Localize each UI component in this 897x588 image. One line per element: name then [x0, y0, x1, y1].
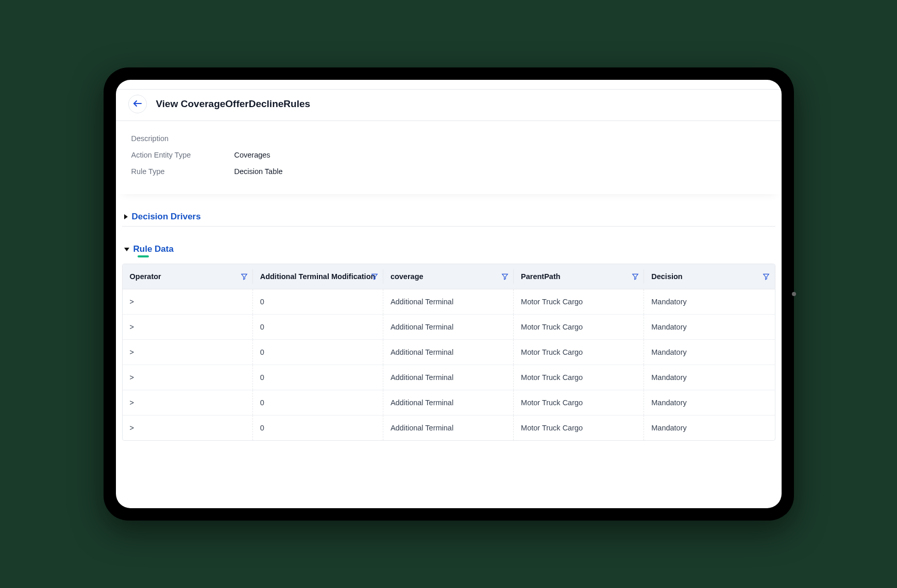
svg-marker-5	[763, 274, 769, 280]
filter-icon[interactable]	[371, 273, 378, 280]
column-header-coverage[interactable]: coverage	[383, 264, 514, 289]
cell-parentpath: Motor Truck Cargo	[514, 416, 644, 441]
cell-modification: 0	[253, 289, 383, 315]
cell-coverage: Additional Terminal	[383, 340, 514, 365]
detail-row-description: Description	[131, 130, 766, 147]
column-label: coverage	[391, 272, 424, 281]
cell-decision: Mandatory	[644, 365, 774, 390]
page-title: View CoverageOfferDeclineRules	[156, 98, 311, 110]
cell-parentpath: Motor Truck Cargo	[514, 315, 644, 340]
tablet-device-frame: View CoverageOfferDeclineRules Descripti…	[104, 67, 794, 521]
cell-parentpath: Motor Truck Cargo	[514, 390, 644, 416]
detail-value: Coverages	[234, 151, 270, 159]
cell-operator: >	[123, 416, 253, 441]
caret-right-icon	[124, 214, 128, 219]
app-content: View CoverageOfferDeclineRules Descripti…	[116, 80, 782, 508]
table-row[interactable]: >0Additional TerminalMotor Truck CargoMa…	[123, 416, 775, 441]
section-title: Rule Data	[133, 244, 174, 254]
cell-operator: >	[123, 289, 253, 315]
cell-decision: Mandatory	[644, 289, 774, 315]
section-toggle-rule-data[interactable]: Rule Data	[122, 241, 775, 258]
cell-parentpath: Motor Truck Cargo	[514, 340, 644, 365]
details-panel: Description Action Entity Type Coverages…	[116, 121, 782, 194]
table-header-row: Operator Additional Terminal Modificatio…	[123, 264, 775, 289]
cell-coverage: Additional Terminal	[383, 289, 514, 315]
column-header-operator[interactable]: Operator	[123, 264, 253, 289]
svg-marker-3	[502, 274, 508, 280]
detail-value: Decision Table	[234, 167, 283, 176]
column-label: ParentPath	[521, 272, 561, 281]
section-toggle-decision-drivers[interactable]: Decision Drivers	[122, 209, 775, 227]
cell-coverage: Additional Terminal	[383, 315, 514, 340]
cell-decision: Mandatory	[644, 315, 774, 340]
table-row[interactable]: >0Additional TerminalMotor Truck CargoMa…	[123, 340, 775, 365]
cell-parentpath: Motor Truck Cargo	[514, 289, 644, 315]
cell-modification: 0	[253, 416, 383, 441]
table-row[interactable]: >0Additional TerminalMotor Truck CargoMa…	[123, 315, 775, 340]
cell-operator: >	[123, 340, 253, 365]
cell-modification: 0	[253, 390, 383, 416]
cell-operator: >	[123, 365, 253, 390]
caret-down-icon	[124, 248, 129, 251]
filter-icon[interactable]	[632, 273, 639, 280]
svg-marker-1	[241, 274, 247, 280]
cell-coverage: Additional Terminal	[383, 390, 514, 416]
filter-icon[interactable]	[501, 273, 509, 280]
cell-operator: >	[123, 390, 253, 416]
rule-data-table: Operator Additional Terminal Modificatio…	[122, 264, 775, 441]
cell-parentpath: Motor Truck Cargo	[514, 365, 644, 390]
detail-label: Description	[131, 134, 234, 143]
detail-row-rule-type: Rule Type Decision Table	[131, 163, 766, 180]
arrow-left-icon	[133, 100, 142, 109]
column-header-parentpath[interactable]: ParentPath	[514, 264, 644, 289]
column-header-decision[interactable]: Decision	[644, 264, 774, 289]
page-header: View CoverageOfferDeclineRules	[116, 89, 782, 121]
filter-icon[interactable]	[763, 273, 770, 280]
column-label: Additional Terminal Modification	[260, 272, 376, 281]
cell-modification: 0	[253, 340, 383, 365]
table-row[interactable]: >0Additional TerminalMotor Truck CargoMa…	[123, 365, 775, 390]
cell-modification: 0	[253, 365, 383, 390]
detail-label: Rule Type	[131, 167, 234, 176]
back-button[interactable]	[128, 95, 147, 113]
cell-decision: Mandatory	[644, 416, 774, 441]
section-title: Decision Drivers	[132, 212, 201, 222]
table-row[interactable]: >0Additional TerminalMotor Truck CargoMa…	[123, 289, 775, 315]
cell-modification: 0	[253, 315, 383, 340]
detail-row-action-entity-type: Action Entity Type Coverages	[131, 147, 766, 163]
svg-marker-2	[372, 274, 378, 280]
cell-decision: Mandatory	[644, 390, 774, 416]
cell-coverage: Additional Terminal	[383, 365, 514, 390]
screen: View CoverageOfferDeclineRules Descripti…	[116, 80, 782, 508]
column-label: Decision	[651, 272, 682, 281]
section-decision-drivers: Decision Drivers	[116, 209, 782, 227]
column-label: Operator	[130, 272, 161, 281]
section-rule-data: Rule Data	[116, 241, 782, 258]
column-header-modification[interactable]: Additional Terminal Modification	[253, 264, 383, 289]
filter-icon[interactable]	[241, 273, 248, 280]
svg-marker-4	[633, 274, 638, 280]
table-row[interactable]: >0Additional TerminalMotor Truck CargoMa…	[123, 390, 775, 416]
detail-label: Action Entity Type	[131, 151, 234, 159]
cell-decision: Mandatory	[644, 340, 774, 365]
cell-operator: >	[123, 315, 253, 340]
cell-coverage: Additional Terminal	[383, 416, 514, 441]
